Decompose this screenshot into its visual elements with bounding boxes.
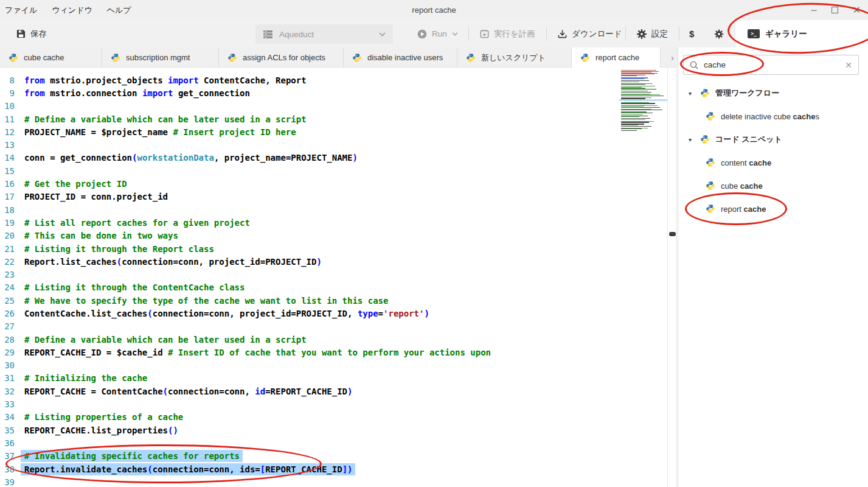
menu-bar: ファイルウィンドウヘルプ <box>5 0 131 20</box>
code-line-36[interactable]: 36 <box>0 436 619 449</box>
schedule-run-button[interactable]: 実行を計画 <box>480 20 535 47</box>
code-line-23[interactable]: 23 <box>0 268 619 281</box>
editor-minimap[interactable] <box>619 68 667 487</box>
code-line-25[interactable]: 25# We have to specify the type of the c… <box>0 294 619 307</box>
chevron-down-icon <box>379 32 386 37</box>
code-text: from mstrio.connection import get_connec… <box>21 87 253 99</box>
run-button[interactable]: Run <box>417 20 458 47</box>
save-button[interactable]: 保存 <box>16 20 47 47</box>
menu-item-0[interactable]: ファイル <box>5 5 37 16</box>
code-line-8[interactable]: 8from mstrio.project_objects import Cont… <box>0 74 619 86</box>
tab-subscription-mgmt[interactable]: subscription mgmt <box>102 47 219 68</box>
chevron-down-icon[interactable] <box>452 32 458 36</box>
code-line-16[interactable]: 16# Get the project ID <box>0 177 619 190</box>
tab-assign-acls-for-objects[interactable]: assign ACLs for objects <box>219 47 344 68</box>
code-line-31[interactable]: 31# Initializing the cache <box>0 372 619 385</box>
line-number: 23 <box>0 270 15 279</box>
code-line-10[interactable]: 10 <box>0 100 619 113</box>
settings-button[interactable]: 設定 <box>637 20 668 47</box>
code-line-9[interactable]: 9from mstrio.connection import get_conne… <box>0 86 619 99</box>
gallery-group-0[interactable]: ▾管理ワークフロー <box>678 82 868 105</box>
title-bar: ファイルウィンドウヘルプ report cache ─ ✕ <box>0 0 868 20</box>
python-icon <box>580 53 590 63</box>
tab-overflow-chevron[interactable]: › <box>671 47 674 68</box>
line-number: 36 <box>0 438 15 448</box>
editor-scrollbar[interactable] <box>667 68 677 487</box>
code-line-15[interactable]: 15 <box>0 164 619 177</box>
code-text: Report.list_caches(connection=conn, proj… <box>21 256 325 268</box>
app-window: ファイルウィンドウヘルプ report cache ─ ✕ 保存 Aqueduc… <box>0 0 868 487</box>
menu-item-2[interactable]: ヘルプ <box>107 5 131 16</box>
code-line-17[interactable]: 17PROJECT_ID = conn.project_id <box>0 191 619 203</box>
line-number: 13 <box>0 140 15 150</box>
scrollbar-thumb[interactable] <box>669 232 676 236</box>
gallery-item-content-cache[interactable]: content cache <box>678 151 868 174</box>
close-button[interactable]: ✕ <box>853 5 861 15</box>
code-line-29[interactable]: 29REPORT_CACHE_ID = $cache_id # Insert I… <box>0 346 619 359</box>
line-number: 29 <box>0 348 15 357</box>
python-icon <box>706 111 715 121</box>
line-number: 33 <box>0 399 15 409</box>
tab-新しいスクリプト[interactable]: 新しいスクリプト <box>457 47 572 68</box>
code-line-27[interactable]: 27 <box>0 320 619 333</box>
python-icon <box>700 135 710 144</box>
menu-item-1[interactable]: ウィンドウ <box>52 5 92 16</box>
item-label: content cache <box>721 158 771 167</box>
code-line-14[interactable]: 14conn = get_connection(workstationData,… <box>0 152 619 164</box>
code-line-26[interactable]: 26ContentCache.list_caches(connection=co… <box>0 307 619 320</box>
minimize-button[interactable]: ─ <box>811 6 816 14</box>
item-label: report cache <box>721 205 766 214</box>
tab-label: cube cache <box>24 53 64 62</box>
calendar-play-icon <box>480 29 489 38</box>
code-line-18[interactable]: 18 <box>0 203 619 216</box>
gallery-item-delete-inactive-cube-caches[interactable]: delete inactive cube caches <box>678 105 868 128</box>
code-line-21[interactable]: 21# Listing it through the Report class <box>0 242 619 255</box>
gallery-group-2[interactable]: ▾コード スニペット <box>678 128 868 151</box>
packages-button[interactable] <box>714 20 724 47</box>
line-number: 24 <box>0 282 15 292</box>
clear-search-icon[interactable]: ✕ <box>845 60 852 70</box>
code-line-30[interactable]: 30 <box>0 359 619 372</box>
code-line-38[interactable]: 38Report.invalidate_caches(connection=co… <box>0 463 619 475</box>
variables-button[interactable]: $ <box>689 20 694 47</box>
code-line-37[interactable]: 37# Invalidating specific caches for rep… <box>0 450 619 463</box>
code-line-24[interactable]: 24# Listing it through the ContentCache … <box>0 281 619 294</box>
terminal-icon: >_ <box>748 29 760 38</box>
code-line-11[interactable]: 11# Define a variable which can be later… <box>0 113 619 125</box>
code-editor[interactable]: 8from mstrio.project_objects import Cont… <box>0 68 619 487</box>
gallery-search-input[interactable] <box>704 60 839 69</box>
code-line-34[interactable]: 34# Listing properties of a cache <box>0 411 619 424</box>
code-line-20[interactable]: 20# This can be done in two ways <box>0 229 619 242</box>
python-icon <box>466 53 476 63</box>
code-line-12[interactable]: 12PROJECT_NAME = $project_name # Insert … <box>0 125 619 138</box>
gallery-search-box[interactable]: ✕ <box>683 55 859 75</box>
line-number: 18 <box>0 205 15 215</box>
collapse-triangle-icon[interactable]: ▾ <box>689 90 695 97</box>
maximize-button[interactable] <box>832 7 838 13</box>
tab-report-cache[interactable]: report cache <box>572 47 661 68</box>
cog-icon <box>714 29 724 39</box>
code-line-22[interactable]: 22Report.list_caches(connection=conn, pr… <box>0 255 619 268</box>
collapse-triangle-icon[interactable]: ▾ <box>689 136 695 143</box>
code-line-39[interactable]: 39 <box>0 475 619 487</box>
code-line-13[interactable]: 13 <box>0 138 619 151</box>
code-text: REPORT_CACHE = ContentCache(connection=c… <box>21 385 355 398</box>
code-line-19[interactable]: 19# List all report caches for a given p… <box>0 216 619 229</box>
code-line-32[interactable]: 32REPORT_CACHE = ContentCache(connection… <box>0 385 619 398</box>
line-number: 10 <box>0 101 15 111</box>
line-number: 22 <box>0 257 15 267</box>
gallery-item-report-cache[interactable]: report cache <box>678 197 868 220</box>
gallery-item-cube-cache[interactable]: cube cache <box>678 174 868 197</box>
environment-select[interactable]: Aqueduct <box>255 24 393 44</box>
tab-disable-inactive-users[interactable]: disable inactive users <box>344 47 457 68</box>
tab-cube-cache[interactable]: cube cache <box>0 47 102 68</box>
download-button[interactable]: ダウンロード <box>558 20 622 47</box>
gallery-button[interactable]: >_ ギャラリー <box>735 20 868 47</box>
code-line-33[interactable]: 33 <box>0 398 619 410</box>
code-line-28[interactable]: 28# Define a variable which can be later… <box>0 333 619 346</box>
line-number: 32 <box>0 387 15 396</box>
code-line-35[interactable]: 35REPORT_CACHE.list_properties() <box>0 424 619 436</box>
code-text: from mstrio.project_objects import Conte… <box>21 74 310 86</box>
line-number: 37 <box>0 451 15 461</box>
line-number: 14 <box>0 153 15 163</box>
